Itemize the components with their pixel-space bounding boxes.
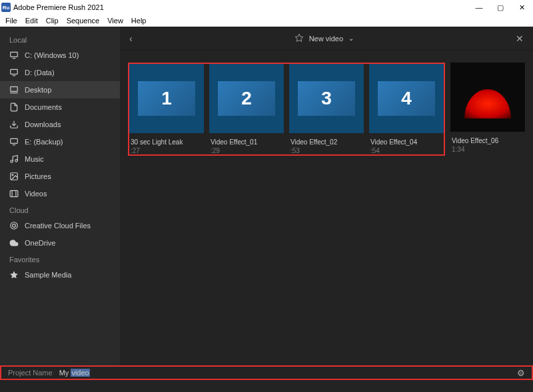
gear-icon[interactable]: ⚙ (517, 368, 525, 378)
document-icon (9, 102, 19, 112)
thumbnail (450, 63, 525, 132)
svg-rect-7 (11, 138, 18, 143)
svg-rect-2 (11, 69, 18, 74)
monitor-icon (9, 68, 19, 77)
sidebar-item-label: OneDrive (25, 239, 55, 247)
svg-point-9 (11, 160, 13, 163)
sidebar-item-label: Creative Cloud Files (25, 222, 91, 230)
monitor-icon (9, 51, 19, 60)
project-bar: Project Name My video ⚙ (0, 365, 533, 380)
video-icon (9, 189, 19, 198)
sidebar-item-documents[interactable]: Documents (0, 98, 120, 116)
menu-sequence[interactable]: Sequence (67, 17, 100, 25)
star-icon (9, 270, 19, 280)
project-name-label: Project Name (8, 369, 53, 377)
menu-edit[interactable]: Edit (25, 17, 38, 25)
menu-clip[interactable]: Clip (46, 17, 59, 25)
svg-point-12 (12, 174, 13, 176)
download-icon (9, 120, 19, 129)
media-duration: :54 (369, 147, 444, 154)
sidebar-item-label: Videos (25, 190, 47, 198)
svg-rect-13 (10, 190, 18, 196)
maximize-button[interactable]: ▢ (496, 3, 505, 12)
media-label: Video Effect_04 (369, 138, 444, 146)
thumbnail: 1 (129, 64, 204, 133)
svg-marker-19 (295, 34, 303, 41)
media-duration: :53 (289, 147, 364, 154)
media-duration: 1:34 (450, 146, 525, 153)
media-grid: 1 30 sec Light Leak :27 2 Video Effect_0… (120, 51, 533, 168)
menu-help[interactable]: Help (131, 17, 147, 25)
svg-point-17 (13, 224, 16, 228)
media-item[interactable]: 3 Video Effect_02 :53 (289, 64, 364, 154)
svg-point-10 (15, 160, 18, 162)
sidebar-item-creative-cloud[interactable]: Creative Cloud Files (0, 217, 120, 234)
music-icon (9, 154, 19, 164)
close-button[interactable]: ✕ (516, 33, 524, 44)
project-name-input[interactable]: My video (59, 369, 90, 377)
monitor-icon (9, 137, 19, 146)
media-label: 30 sec Light Leak (129, 138, 204, 146)
thumbnail: 2 (209, 64, 284, 133)
sidebar-item-pictures[interactable]: Pictures (0, 168, 120, 185)
sidebar-section-favorites: Favorites (0, 252, 120, 266)
cloud-icon (9, 238, 19, 248)
media-label: Video Effect_02 (289, 138, 364, 146)
sidebar-item-desktop[interactable]: Desktop (0, 81, 120, 98)
desktop-icon (9, 85, 19, 95)
sidebar-item-onedrive[interactable]: OneDrive (0, 234, 120, 252)
svg-point-16 (11, 222, 18, 230)
sidebar-item-downloads[interactable]: Downloads (0, 116, 120, 133)
media-duration: :29 (209, 147, 284, 154)
picture-icon (9, 172, 19, 181)
sidebar-item-label: E: (Backup) (25, 138, 63, 146)
sidebar: Local C: (Windows 10) D: (Data) Desktop … (0, 27, 120, 365)
sidebar-item-label: Documents (25, 103, 62, 111)
thumbnail: 3 (289, 64, 364, 133)
sidebar-item-label: Downloads (25, 120, 61, 128)
sidebar-item-d-drive[interactable]: D: (Data) (0, 64, 120, 81)
menubar: File Edit Clip Sequence View Help (0, 15, 533, 27)
app-title: Adobe Premiere Rush 2021 (13, 3, 104, 11)
header-title[interactable]: New video (309, 35, 343, 43)
close-window-button[interactable]: ✕ (517, 3, 526, 12)
sidebar-item-label: Sample Media (25, 271, 71, 279)
sidebar-item-label: C: (Windows 10) (25, 51, 79, 59)
media-item[interactable]: 4 Video Effect_04 :54 (369, 64, 444, 154)
media-item[interactable]: 1 30 sec Light Leak :27 (129, 64, 204, 154)
minimize-button[interactable]: — (474, 3, 484, 12)
sidebar-section-cloud: Cloud (0, 202, 120, 217)
app-icon: Ru (1, 3, 11, 12)
media-label: Video Effect_06 (450, 137, 525, 144)
sidebar-item-label: D: (Data) (25, 69, 55, 77)
media-duration: :27 (129, 147, 204, 154)
titlebar: Ru Adobe Premiere Rush 2021 — ▢ ✕ (0, 0, 533, 15)
sidebar-section-local: Local (0, 32, 120, 47)
star-outline-icon[interactable] (294, 33, 304, 44)
sidebar-item-c-drive[interactable]: C: (Windows 10) (0, 47, 120, 64)
sidebar-item-e-drive[interactable]: E: (Backup) (0, 133, 120, 150)
svg-marker-18 (10, 271, 18, 278)
svg-rect-0 (11, 52, 18, 57)
menu-view[interactable]: View (107, 17, 123, 25)
media-item[interactable]: Video Effect_06 1:34 (450, 63, 525, 156)
thumbnail: 4 (369, 64, 444, 133)
content-panel: ‹ New video ⌄ ✕ 1 30 sec Light Leak :27 … (120, 27, 533, 365)
sidebar-item-sample-media[interactable]: Sample Media (0, 266, 120, 284)
menu-file[interactable]: File (5, 17, 17, 25)
sidebar-item-music[interactable]: Music (0, 150, 120, 168)
sidebar-item-label: Desktop (25, 86, 51, 94)
sidebar-item-label: Music (25, 155, 44, 163)
media-label: Video Effect_01 (209, 138, 284, 146)
media-item[interactable]: 2 Video Effect_01 :29 (209, 64, 284, 154)
cc-icon (9, 221, 19, 230)
svg-rect-4 (11, 87, 18, 91)
sidebar-item-label: Pictures (25, 172, 51, 180)
chevron-down-icon[interactable]: ⌄ (348, 35, 354, 42)
sidebar-item-videos[interactable]: Videos (0, 185, 120, 202)
